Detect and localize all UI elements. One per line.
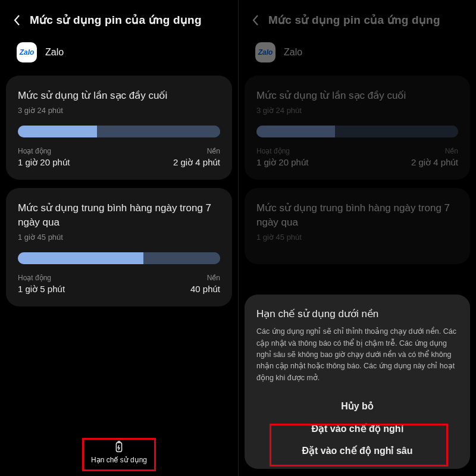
card-avg-7day: Mức sử dụng trung bình hàng ngày trong 7… [6, 188, 232, 306]
active-value: 1 giờ 20 phút [256, 157, 308, 168]
background-value: 40 phút [190, 284, 220, 294]
background-label: Nền [173, 147, 220, 155]
bar-stats: Hoạt động 1 giờ 20 phút Nền 2 giờ 4 phút [256, 147, 458, 168]
dimmed-background: Mức sử dụng pin của ứng dụng Zalo Zalo M… [239, 0, 476, 264]
background-value: 2 giờ 4 phút [411, 157, 458, 168]
usage-bar [256, 126, 458, 137]
app-row: Zalo Zalo [239, 37, 476, 76]
card-title: Mức sử dụng từ lần sạc đầy cuối [18, 89, 220, 102]
card-title: Mức sử dụng trung bình hàng ngày trong 7… [256, 201, 458, 229]
background-label: Nền [411, 147, 458, 155]
usage-bar-active [18, 252, 143, 264]
card-title: Mức sử dụng trung bình hàng ngày trong 7… [18, 201, 220, 229]
card-total: 3 giờ 24 phút [18, 106, 220, 115]
chevron-left-icon [12, 14, 21, 27]
usage-bar-background [143, 252, 220, 264]
usage-bar [18, 252, 220, 264]
bar-stats: Hoạt động 1 giờ 20 phút Nền 2 giờ 4 phút [18, 147, 220, 168]
usage-bar-background [335, 126, 458, 137]
screen-left: Mức sử dụng pin của ứng dụng Zalo Zalo M… [0, 0, 238, 476]
background-label: Nền [190, 274, 220, 282]
screen-right: Mức sử dụng pin của ứng dụng Zalo Zalo M… [238, 0, 476, 476]
card-avg-7day: Mức sử dụng trung bình hàng ngày trong 7… [245, 188, 470, 264]
usage-bar [18, 126, 220, 137]
app-name: Zalo [284, 47, 302, 58]
header: Mức sử dụng pin của ứng dụng [0, 0, 238, 37]
card-total: 1 giờ 45 phút [18, 233, 220, 242]
active-value: 1 giờ 20 phút [18, 157, 70, 168]
app-row: Zalo Zalo [0, 37, 238, 76]
chevron-left-icon [251, 14, 259, 27]
card-total: 1 giờ 45 phút [256, 233, 458, 242]
app-name: Zalo [45, 47, 64, 58]
dialog-body: Các ứng dụng nghỉ sẽ chỉ thỉnh thoảng ch… [256, 326, 458, 384]
dialog-cancel-button[interactable]: Hủy bỏ [256, 394, 458, 418]
highlight-box [270, 424, 448, 466]
usage-bar-background [97, 126, 220, 137]
card-usage-since-charge: Mức sử dụng từ lần sạc đầy cuối 3 giờ 24… [245, 76, 470, 180]
page-title: Mức sử dụng pin của ứng dụng [30, 13, 202, 27]
header: Mức sử dụng pin của ứng dụng [239, 0, 476, 37]
active-label: Hoạt động [256, 147, 308, 155]
card-total: 3 giờ 24 phút [256, 106, 458, 115]
active-label: Hoạt động [18, 147, 70, 155]
background-value: 2 giờ 4 phút [173, 157, 220, 168]
dialog-title: Hạn chế sử dụng dưới nền [256, 308, 458, 320]
card-usage-since-charge: Mức sử dụng từ lần sạc đầy cuối 3 giờ 24… [6, 76, 232, 180]
bar-stats: Hoạt động 1 giờ 5 phút Nền 40 phút [18, 274, 220, 295]
highlight-box [82, 438, 156, 471]
active-label: Hoạt động [18, 274, 65, 282]
zalo-app-icon: Zalo [17, 42, 37, 62]
back-button[interactable] [250, 15, 260, 25]
page-title: Mức sử dụng pin của ứng dụng [268, 13, 440, 27]
app-icon-label: Zalo [20, 48, 35, 57]
card-title: Mức sử dụng từ lần sạc đầy cuối [256, 89, 458, 102]
zalo-app-icon: Zalo [255, 42, 275, 62]
usage-bar-active [18, 126, 97, 137]
app-icon-label: Zalo [258, 48, 273, 57]
active-value: 1 giờ 5 phút [18, 284, 65, 295]
back-button[interactable] [12, 15, 21, 25]
usage-bar-active [256, 126, 335, 137]
